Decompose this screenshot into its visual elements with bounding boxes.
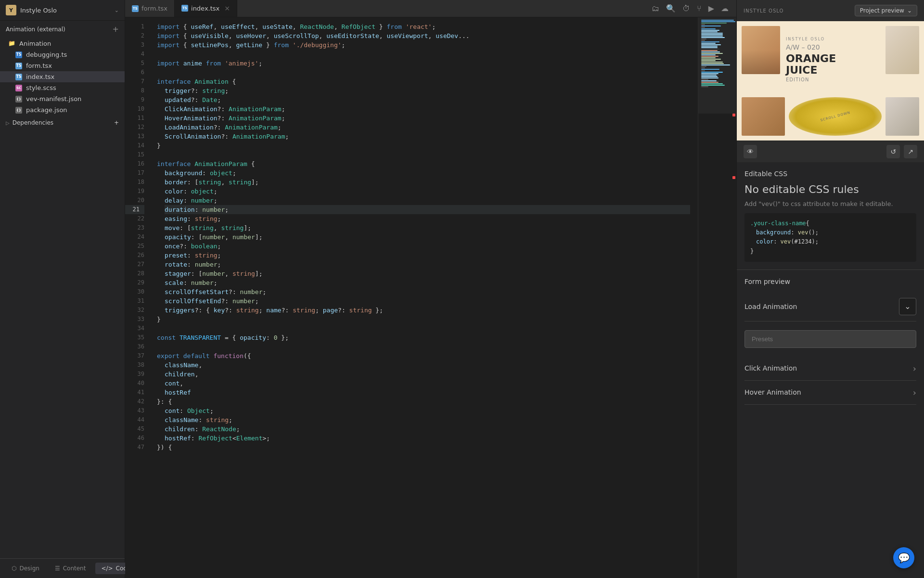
fashion-top-row: INSTYLE OSLO A/W – 020 ORANGE JUICE EDIT… — [742, 26, 919, 93]
cloud-icon[interactable]: ☁ — [719, 3, 731, 14]
sidebar-project-title: Instyle Oslo — [20, 7, 57, 14]
preview-eye-button[interactable]: 👁 — [744, 145, 757, 158]
dropdown-chevron-icon: ⌄ — [904, 302, 911, 311]
editable-css-title: Editable CSS — [744, 170, 916, 178]
code-line-11: HoverAnimation?: AnimationParam; — [165, 114, 690, 123]
preview-external-button[interactable]: ↗ — [904, 145, 917, 158]
code-line-40: cont, — [165, 379, 690, 388]
code-line-31: scrollOffsetEnd?: number; — [165, 296, 690, 306]
add-dependency-button[interactable]: + — [114, 119, 119, 126]
code-line-45: children: ReactNode; — [165, 424, 690, 434]
code-icon: </> — [101, 565, 113, 572]
tab-design[interactable]: ⬡ Design — [6, 563, 45, 574]
code-area: 12345 678910 1112131415 1617181920 21 22… — [125, 17, 736, 578]
tab-index-label: index.tsx — [191, 5, 219, 12]
chat-button[interactable]: 💬 — [893, 547, 914, 568]
code-line-19: color: object; — [165, 187, 690, 196]
search-toolbar-icon[interactable]: 🔍 — [664, 3, 678, 14]
branch-icon[interactable]: ⑂ — [695, 3, 704, 14]
folder-icon: 📁 — [8, 39, 15, 47]
minimap-error-indicator-2 — [732, 176, 735, 179]
file-package-label: package.json — [26, 106, 67, 114]
code-line-30: scrollOffsetStart?: number; — [165, 287, 690, 296]
form-preview-section: Form preview Load Animation ⌄ Click Anim… — [737, 270, 924, 412]
code-line-22: easing: string; — [165, 214, 690, 223]
preview-footer: 👁 ↺ ↗ — [737, 141, 924, 162]
code-line-25: once?: boolean; — [165, 242, 690, 251]
code-line-41: hostRef — [165, 388, 690, 397]
fashion-bottom-row: SCROLL DOWN — [742, 97, 919, 136]
code-line-6 — [157, 68, 690, 77]
project-preview-button[interactable]: Project preview ⌄ — [855, 5, 917, 16]
tab-index[interactable]: TS index.tsx × — [175, 0, 237, 17]
hover-animation-row[interactable]: Hover Animation › — [744, 381, 916, 405]
folder-open-icon[interactable]: 🗂 — [650, 3, 661, 14]
hover-animation-label: Hover Animation — [744, 388, 801, 396]
content-label: Content — [63, 565, 86, 572]
file-debugging-label: debugging.ts — [26, 51, 67, 58]
presets-input[interactable] — [744, 330, 916, 348]
sidebar-chevron-icon[interactable]: ⌄ — [115, 7, 119, 13]
code-line-24: opacity: [number, number]; — [165, 232, 690, 242]
preview-image-area: INSTYLE OSLO A/W – 020 ORANGE JUICE EDIT… — [737, 21, 924, 141]
preview-refresh-button[interactable]: ↺ — [886, 145, 900, 158]
history-icon[interactable]: ⏱ — [680, 3, 692, 14]
code-line-46: hostRef: RefObject<Element>; — [165, 434, 690, 443]
sidebar-item-form[interactable]: TS form.tsx — [0, 60, 125, 71]
code-line-39: children, — [165, 370, 690, 379]
sidebar-item-debugging[interactable]: TS debugging.ts — [0, 49, 125, 60]
load-animation-dropdown[interactable]: ⌄ — [899, 298, 916, 315]
code-line-32: triggers?: { key?: string; name?: string… — [165, 306, 690, 315]
sidebar-header: Y Instyle Oslo ⌄ — [0, 0, 125, 21]
tab-content[interactable]: ☰ Content — [49, 563, 92, 574]
code-line-20: delay: number; — [165, 196, 690, 205]
bottom-tabs: ⬡ Design ☰ Content </> Code — [0, 558, 125, 578]
code-line-42: }: { — [157, 397, 690, 406]
code-line-7: interface Animation { — [157, 77, 690, 86]
preview-header: INSTYLE OSLO Project preview ⌄ — [737, 0, 924, 21]
code-line-13: ScrollAnimation?: AnimationParam; — [165, 132, 690, 141]
project-preview-section: INSTYLE OSLO Project preview ⌄ INSTYLE O… — [737, 0, 924, 162]
sidebar-item-style[interactable]: SC style.scss — [0, 82, 125, 93]
design-label: Design — [19, 565, 39, 572]
json-icon-vev: {} — [15, 96, 22, 103]
tab-form[interactable]: TS form.tsx — [125, 0, 175, 17]
chat-icon: 💬 — [898, 552, 910, 564]
minimap — [698, 17, 736, 578]
fashion-preview: INSTYLE OSLO A/W – 020 ORANGE JUICE EDIT… — [737, 21, 924, 141]
click-animation-row[interactable]: Click Animation › — [744, 357, 916, 381]
dependencies-left: ▷ Dependencies — [6, 119, 53, 126]
sidebar-item-index[interactable]: TS index.tsx — [0, 71, 125, 82]
fashion-headline-2: JUICE — [786, 64, 880, 76]
hover-animation-expand-icon: › — [913, 387, 916, 398]
refresh-icon: ↺ — [890, 148, 896, 155]
right-panel: INSTYLE OSLO Project preview ⌄ INSTYLE O… — [736, 0, 924, 578]
sidebar-dependencies-section[interactable]: ▷ Dependencies + — [0, 116, 125, 130]
code-line-27: rotate: number; — [165, 260, 690, 269]
code-line-17: background: object; — [165, 168, 690, 178]
code-line-34 — [157, 324, 690, 333]
code-line-36 — [157, 342, 690, 351]
file-form-label: form.tsx — [26, 62, 52, 69]
add-file-button[interactable]: + — [113, 25, 119, 34]
sidebar-folder-animation[interactable]: 📁 Animation — [0, 38, 125, 49]
sidebar-item-package[interactable]: {} package.json — [0, 104, 125, 116]
code-line-14: } — [157, 141, 690, 150]
fashion-bottom-photo-1 — [742, 97, 785, 136]
form-preview-title: Form preview — [744, 278, 916, 285]
sidebar-animation-section: Animation (external) + — [0, 21, 125, 38]
scss-icon: SC — [15, 85, 22, 91]
run-icon[interactable]: ▶ — [706, 3, 716, 14]
code-editor[interactable]: import { useRef, useEffect, useState, Re… — [149, 17, 698, 578]
animation-section-label: Animation (external) — [6, 26, 65, 33]
dependencies-label: Dependencies — [13, 119, 53, 126]
code-line-43: cont: Object; — [165, 406, 690, 415]
tab-close-icon[interactable]: × — [224, 4, 230, 12]
fashion-season: A/W – 020 — [786, 43, 880, 51]
minimap-error-indicator-1 — [732, 114, 735, 116]
sidebar-item-vev-manifest[interactable]: {} vev-manifest.json — [0, 93, 125, 104]
code-line-18: border: [string, string]; — [165, 178, 690, 187]
preview-button-label: Project preview — [860, 7, 904, 14]
main-editor: TS form.tsx TS index.tsx × 🗂 🔍 ⏱ ⑂ ▶ ☁ 1… — [125, 0, 736, 578]
click-animation-expand-icon: › — [913, 363, 916, 373]
